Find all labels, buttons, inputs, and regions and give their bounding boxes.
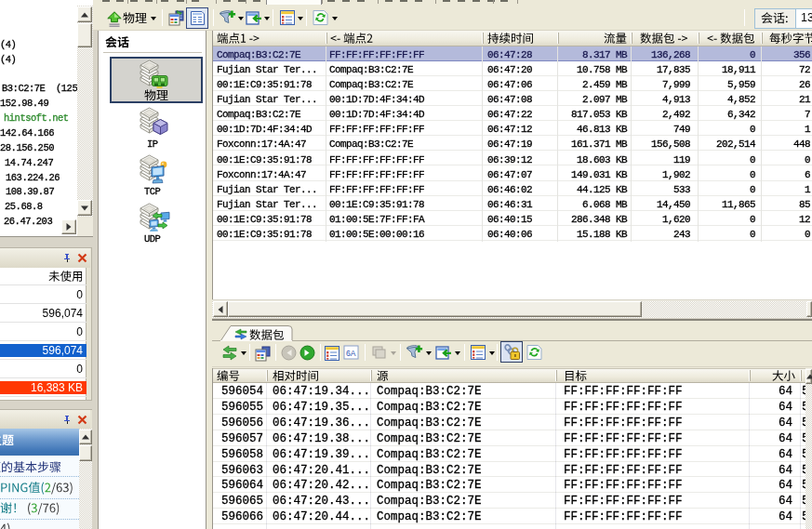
svg-text:6A: 6A — [346, 349, 356, 358]
